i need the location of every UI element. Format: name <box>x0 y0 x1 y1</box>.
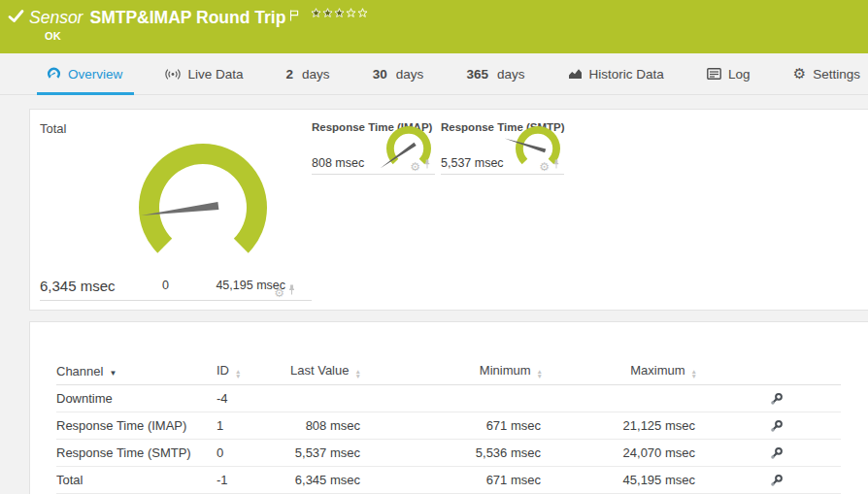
sensor-status-banner: Sensor SMTP&IMAP Round Trip OK <box>0 0 868 53</box>
pin-icon[interactable] <box>287 281 296 299</box>
sort-desc-icon: ▼ <box>109 369 117 378</box>
filler-cell <box>784 467 841 494</box>
tab-365-days[interactable]: 365 days <box>466 53 524 94</box>
filler-cell <box>784 385 841 412</box>
wrench-icon <box>770 474 784 487</box>
maximum-cell: 21,125 msec <box>543 412 697 440</box>
minimum-cell <box>370 385 543 412</box>
imap-gauge[interactable] <box>370 123 444 172</box>
tab-historic-data[interactable]: Historic Data <box>568 53 664 94</box>
sort-icon: ▲▼ <box>235 369 241 379</box>
tab-live-data[interactable]: Live Data <box>165 53 243 94</box>
page-title: SMTP&IMAP Round Trip <box>89 7 285 28</box>
object-type-label: Sensor <box>29 7 83 28</box>
sort-icon: ▲▼ <box>691 369 697 379</box>
channels-table: Channel▼ ID▲▼ Last Value▲▼ Minimum▲▼ Max… <box>56 357 841 494</box>
pin-icon[interactable] <box>423 155 431 173</box>
gauge-current-value: 6,345 msec <box>40 278 116 294</box>
gauge-title: Total <box>40 121 312 136</box>
channel-id-cell: -1 <box>217 467 290 494</box>
total-gauge-cell: Total 6,345 msec 0 45,195 msec ⚙ <box>40 121 312 301</box>
wrench-icon <box>770 446 784 460</box>
minimum-cell: 5,536 msec <box>370 440 543 467</box>
star-icon[interactable] <box>334 8 345 18</box>
column-header-last-value[interactable]: Last Value▲▼ <box>290 357 370 385</box>
gauge-icon <box>47 67 61 81</box>
filler-cell <box>784 440 841 467</box>
tab-label: days <box>396 67 424 82</box>
channel-name-cell: Response Time (SMTP) <box>56 440 217 467</box>
channel-name-cell: Downtime <box>56 385 217 412</box>
tab-label: days <box>302 67 330 82</box>
area-chart-icon <box>568 68 583 80</box>
gauge-current-value: 5,537 msec <box>441 156 504 170</box>
channel-row: Response Time (SMTP) 0 5,537 msec 5,536 … <box>56 440 841 467</box>
channel-id-cell: -4 <box>217 385 290 412</box>
channel-name-cell: Total <box>56 467 217 494</box>
wrench-icon <box>770 392 784 406</box>
tab-label: Log <box>728 67 751 82</box>
gauge-current-value: 808 msec <box>312 156 364 170</box>
sort-icon: ▲▼ <box>537 369 543 379</box>
table-header-row: Channel▼ ID▲▼ Last Value▲▼ Minimum▲▼ Max… <box>56 357 841 385</box>
channel-settings-button[interactable] <box>697 467 784 494</box>
flag-icon[interactable] <box>289 8 299 25</box>
filler-cell <box>784 412 841 440</box>
tab-2-days[interactable]: 2 days <box>286 53 330 94</box>
column-header-minimum[interactable]: Minimum▲▼ <box>370 357 543 385</box>
channel-id-cell: 1 <box>217 412 290 440</box>
priority-rating[interactable] <box>311 8 368 18</box>
live-data-icon <box>165 68 181 81</box>
maximum-cell: 24,070 msec <box>543 440 697 467</box>
tab-label: Settings <box>813 67 860 82</box>
star-icon[interactable] <box>322 8 333 18</box>
channel-row: Response Time (IMAP) 1 808 msec 671 msec… <box>56 412 841 440</box>
pin-icon[interactable] <box>552 155 560 173</box>
channel-settings-button[interactable] <box>697 385 784 412</box>
tab-label-number: 365 <box>466 67 488 82</box>
channel-id-cell: 0 <box>217 440 290 467</box>
tab-settings[interactable]: ⚙ Settings <box>793 53 860 94</box>
last-value-cell: 5,537 msec <box>290 440 370 467</box>
star-icon[interactable] <box>357 8 368 18</box>
column-header-settings <box>697 357 784 385</box>
channel-gear-icon[interactable]: ⚙ <box>410 161 420 173</box>
channel-row: Downtime -4 <box>56 385 841 412</box>
channel-gear-icon[interactable]: ⚙ <box>539 161 550 173</box>
tab-label: Historic Data <box>589 67 664 82</box>
column-header-maximum[interactable]: Maximum▲▼ <box>543 357 697 385</box>
tab-label: Live Data <box>187 67 243 82</box>
tab-30-days[interactable]: 30 days <box>373 53 424 94</box>
tab-label: Overview <box>68 67 122 82</box>
status-badge: OK <box>45 30 61 42</box>
column-header-id[interactable]: ID▲▼ <box>217 357 290 385</box>
tab-overview[interactable]: Overview <box>47 53 122 94</box>
ok-check-icon <box>8 9 24 27</box>
smtp-gauge[interactable] <box>499 123 573 172</box>
last-value-cell <box>290 385 370 412</box>
total-gauge[interactable] <box>130 140 276 261</box>
tab-label: days <box>497 67 525 82</box>
tab-log[interactable]: Log <box>707 53 751 94</box>
star-icon[interactable] <box>311 8 321 18</box>
smtp-gauge-cell: Response Time (SMTP) 5,537 msec ⚙ <box>441 121 564 175</box>
channel-gear-icon[interactable]: ⚙ <box>274 287 284 299</box>
imap-gauge-cell: Response Time (IMAP) 808 msec ⚙ <box>312 121 435 175</box>
log-list-icon <box>707 68 721 80</box>
maximum-cell: 45,195 msec <box>543 467 697 494</box>
last-value-cell: 6,345 msec <box>290 467 370 494</box>
tab-label-number: 2 <box>286 67 294 82</box>
star-icon[interactable] <box>346 8 356 18</box>
minimum-cell: 671 msec <box>370 412 543 440</box>
column-header-channel[interactable]: Channel▼ <box>56 357 217 385</box>
maximum-cell <box>543 385 697 412</box>
channel-settings-button[interactable] <box>697 440 784 467</box>
channel-name-cell: Response Time (IMAP) <box>56 412 217 440</box>
channel-settings-button[interactable] <box>697 412 784 440</box>
minimum-cell: 671 msec <box>370 467 543 494</box>
gauges-panel: Total 6,345 msec 0 45,195 msec ⚙ Respons… <box>29 109 868 311</box>
channel-row: Total -1 6,345 msec 671 msec 45,195 msec <box>56 467 841 494</box>
last-value-cell: 808 msec <box>290 412 370 440</box>
wrench-icon <box>770 419 784 433</box>
tab-label-number: 30 <box>373 67 387 82</box>
